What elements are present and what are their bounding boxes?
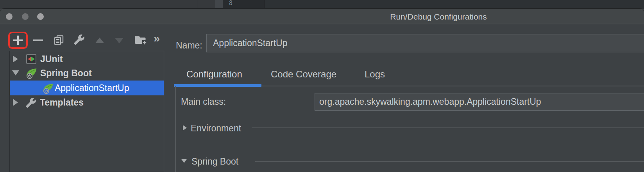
- tree-item-label: Spring Boot: [40, 66, 92, 80]
- minimize-window-button[interactable]: [22, 13, 29, 20]
- spring-boot-icon: [25, 67, 38, 79]
- collapse-arrow-icon[interactable]: [12, 70, 19, 75]
- expand-arrow-icon[interactable]: [13, 99, 18, 106]
- tree-item-templates[interactable]: Templates: [9, 95, 164, 109]
- environment-expand-icon[interactable]: [183, 125, 187, 131]
- spring-boot-collapse-icon[interactable]: [181, 159, 187, 163]
- more-actions-button[interactable]: »: [154, 33, 159, 44]
- wrench-icon: [25, 97, 36, 108]
- tab-configuration[interactable]: Configuration: [186, 69, 242, 79]
- close-window-button[interactable]: [6, 13, 13, 20]
- folder-add-icon: [134, 35, 147, 45]
- remove-configuration-button[interactable]: [33, 39, 43, 41]
- environment-section-label[interactable]: Environment: [191, 123, 241, 134]
- spring-boot-section-label[interactable]: Spring Boot: [191, 156, 238, 167]
- new-folder-button[interactable]: [134, 35, 147, 45]
- background-editor-scrollbar[interactable]: [215, 0, 223, 9]
- spring-boot-icon: [42, 82, 54, 94]
- tab-code-coverage[interactable]: Code Coverage: [271, 69, 336, 79]
- zoom-window-button[interactable]: [37, 13, 44, 20]
- copy-icon: [54, 35, 64, 45]
- tree-item-junit[interactable]: JUnit: [9, 52, 164, 66]
- tree-item-label: ApplicationStartUp: [55, 81, 129, 95]
- background-editor-area: [265, 0, 644, 9]
- tab-logs[interactable]: Logs: [365, 69, 385, 79]
- name-input[interactable]: [206, 34, 644, 52]
- spring-boot-separator-line: [255, 161, 644, 162]
- tree-item-spring-boot[interactable]: Spring Boot: [9, 66, 164, 80]
- background-panel-divider: [197, 0, 197, 9]
- main-class-label: Main class:: [181, 97, 226, 107]
- tree-item-label: Templates: [40, 95, 84, 109]
- main-class-input[interactable]: [315, 93, 644, 111]
- junit-icon: [26, 54, 36, 64]
- active-tab-underline: [174, 84, 261, 87]
- move-down-button[interactable]: [115, 38, 123, 43]
- tree-item-applicationstartup-selected[interactable]: ApplicationStartUp: [10, 81, 164, 95]
- copy-configuration-button[interactable]: [54, 35, 64, 45]
- add-configuration-button[interactable]: [13, 36, 23, 45]
- dialog-title-bar[interactable]: [0, 9, 644, 24]
- expand-arrow-icon[interactable]: [13, 56, 18, 63]
- screenshot-root: 8 Run/Debug Configurations: [0, 0, 644, 172]
- tab-separator-line: [261, 86, 644, 86]
- move-up-button[interactable]: [95, 38, 104, 43]
- dialog-title: Run/Debug Configurations: [390, 12, 487, 22]
- edit-defaults-button[interactable]: [73, 34, 85, 45]
- content-left-border: [175, 86, 176, 172]
- tree-item-label: JUnit: [40, 52, 63, 66]
- editor-line-number: 8: [229, 0, 233, 7]
- name-label: Name:: [176, 40, 202, 51]
- environment-separator-line: [252, 127, 644, 128]
- wrench-icon: [73, 34, 85, 45]
